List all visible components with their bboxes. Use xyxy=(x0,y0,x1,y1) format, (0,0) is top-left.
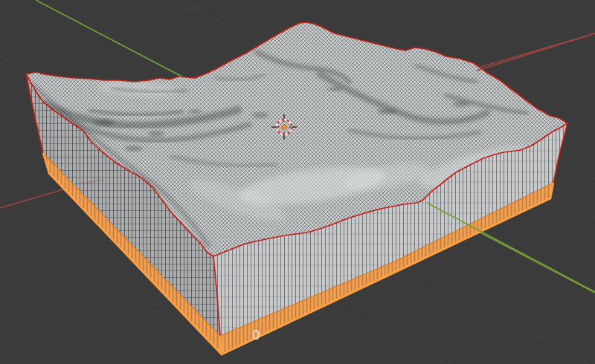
blender-3d-viewport[interactable]: 0 xyxy=(0,0,595,364)
terrain-rough-patch xyxy=(327,87,342,91)
viewport-canvas[interactable]: 0 xyxy=(0,0,595,364)
terrain-rough-patch xyxy=(252,112,268,118)
edge-length-label: 0 xyxy=(252,328,260,342)
terrain-rough-patch xyxy=(377,108,396,114)
terrain-rough-patch xyxy=(453,101,469,107)
terrain-rough-patch xyxy=(188,109,202,114)
object-origin-dot xyxy=(282,125,286,129)
terrain-rough-patch xyxy=(94,119,115,126)
terrain-rough-patch xyxy=(148,131,164,137)
terrain-rough-patch xyxy=(125,146,143,152)
